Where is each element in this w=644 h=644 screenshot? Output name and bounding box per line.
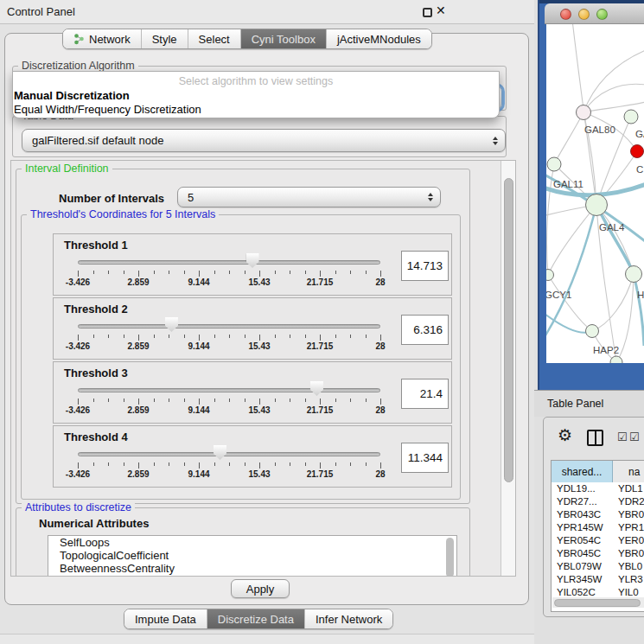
- cell-name[interactable]: YPR1: [613, 521, 644, 534]
- slider-tick-label: 9.144: [177, 277, 220, 287]
- column-layout-icon[interactable]: [587, 430, 603, 446]
- slider-thumb[interactable]: [165, 317, 178, 332]
- tab-discretize-data[interactable]: Discretize Data: [207, 609, 305, 628]
- gear-icon[interactable]: ⚙: [558, 427, 572, 443]
- cell-name[interactable]: YER0: [613, 534, 644, 547]
- slider-tick: [259, 399, 260, 405]
- cell-shared-name[interactable]: YBL079W: [552, 560, 613, 573]
- algorithm-option-manual-discretization[interactable]: Manual Discretization: [14, 89, 130, 102]
- attribute-item-selfloops[interactable]: SelfLoops: [48, 536, 456, 549]
- slider-tick-label: 28: [359, 341, 402, 351]
- tab-select[interactable]: Select: [188, 29, 241, 48]
- tab-jactivemnodules[interactable]: jActiveMNodules: [327, 29, 431, 48]
- network-canvas[interactable]: GAL80 GA C GAL11 GAL4 GCY1 H HAP2: [546, 24, 644, 363]
- slider-tick: [259, 462, 260, 469]
- checkbox-icon[interactable]: ☑: [617, 431, 628, 443]
- threshold-value-field[interactable]: 6.316: [401, 315, 449, 345]
- network-node[interactable]: [546, 270, 554, 281]
- slider-track[interactable]: [78, 260, 380, 265]
- cell-name[interactable]: YDL1: [613, 482, 643, 495]
- table-row[interactable]: YDR27...YDR2: [552, 495, 644, 508]
- threshold-panel-2: Threshold 2-3.4262.8599.14415.4321.71528…: [53, 297, 452, 360]
- attribute-item-betweennesscentrality[interactable]: BetweennessCentrality: [48, 562, 456, 575]
- tab-cyni-toolbox[interactable]: Cyni Toolbox: [241, 29, 327, 48]
- table-row[interactable]: YER054CYER0: [552, 534, 644, 547]
- cell-name[interactable]: YBR0: [613, 508, 644, 521]
- slider-tick: [93, 399, 94, 402]
- scrollbar-thumb[interactable]: [554, 599, 641, 607]
- table-row[interactable]: YBR043CYBR0: [552, 508, 644, 521]
- network-node[interactable]: [624, 110, 638, 124]
- cell-shared-name[interactable]: YDL19...: [552, 482, 613, 495]
- table-row[interactable]: YBR045CYBR0: [552, 547, 644, 560]
- group-title: Discretization Algorithm: [18, 60, 138, 72]
- slider-tick-label: 2.859: [117, 341, 160, 351]
- cell-shared-name[interactable]: YLR345W: [552, 573, 613, 586]
- slider-tick-label: 9.144: [177, 341, 220, 351]
- horizontal-scrollbar[interactable]: [552, 597, 644, 608]
- selected-network-node[interactable]: [631, 145, 644, 158]
- tab-network[interactable]: Network: [63, 29, 142, 48]
- table-row[interactable]: YPR145WYPR1: [552, 521, 644, 534]
- threshold-value-field[interactable]: 14.713: [401, 251, 449, 281]
- list-scrollbar[interactable]: [446, 538, 454, 577]
- table-data-selected: galFiltered.sif default node: [32, 134, 163, 147]
- attribute-item-topologicalcoefficient[interactable]: TopologicalCoefficient: [48, 549, 456, 562]
- numerical-attributes-list[interactable]: SelfLoopsTopologicalCoefficientBetweenne…: [48, 535, 457, 577]
- network-window-titlebar[interactable]: [545, 3, 644, 24]
- threshold-value-field[interactable]: 21.4: [401, 379, 449, 409]
- slider-thumb[interactable]: [310, 381, 323, 396]
- slider-thumb[interactable]: [214, 445, 226, 460]
- slider-tick: [320, 335, 321, 341]
- threshold-label: Threshold 1: [64, 239, 128, 252]
- table-data-combobox[interactable]: galFiltered.sif default node: [22, 129, 506, 152]
- column-header-name[interactable]: na: [613, 461, 644, 482]
- cell-shared-name[interactable]: YDR27...: [552, 495, 613, 508]
- cell-name[interactable]: YDR2: [613, 495, 644, 508]
- table-row[interactable]: YDL19...YDL1: [552, 482, 644, 495]
- slider-tick-label: 2.859: [117, 277, 160, 287]
- slider-thumb[interactable]: [246, 253, 259, 268]
- scrollbar-thumb[interactable]: [504, 178, 513, 482]
- cell-name[interactable]: YLR3: [613, 573, 643, 586]
- zoom-traffic-light[interactable]: [596, 9, 608, 20]
- network-node[interactable]: [586, 325, 599, 338]
- network-node[interactable]: [586, 194, 608, 216]
- tab-impute-data[interactable]: Impute Data: [124, 609, 207, 628]
- slider-tick-label: -3.426: [56, 341, 99, 351]
- cell-shared-name[interactable]: YER054C: [552, 534, 613, 547]
- float-window-icon[interactable]: [423, 8, 432, 17]
- cell-shared-name[interactable]: YBR043C: [552, 508, 613, 521]
- close-traffic-light[interactable]: [560, 9, 571, 20]
- slider-track[interactable]: [78, 388, 380, 392]
- close-icon[interactable]: ✕: [436, 3, 446, 17]
- minimize-traffic-light[interactable]: [578, 9, 590, 20]
- cell-shared-name[interactable]: YBR045C: [552, 547, 613, 560]
- slider-tick: [108, 462, 109, 466]
- number-of-intervals-combobox[interactable]: 5: [177, 187, 441, 207]
- algorithm-option-equal-width-frequency-discretization[interactable]: Equal Width/Frequency Discretization: [14, 103, 201, 116]
- network-node[interactable]: [577, 105, 591, 120]
- vertical-scrollbar[interactable]: [501, 161, 516, 576]
- slider-track[interactable]: [78, 324, 380, 328]
- cell-name[interactable]: YBR0: [613, 547, 644, 560]
- threshold-value-field[interactable]: 11.344: [401, 443, 449, 473]
- slider-tick: [154, 462, 155, 466]
- slider-tick: [245, 462, 245, 466]
- apply-button[interactable]: Apply: [231, 579, 290, 598]
- table-row[interactable]: YBL079WYBL0: [552, 560, 644, 573]
- tab-style[interactable]: Style: [142, 29, 188, 48]
- network-node[interactable]: [547, 157, 561, 171]
- checkbox-icon[interactable]: ☑: [629, 431, 640, 443]
- slider-tick-label: 21.715: [298, 405, 341, 415]
- footer-strip: [0, 634, 534, 644]
- table-row[interactable]: YLR345WYLR3: [552, 573, 644, 586]
- column-header-shared-name[interactable]: shared...: [552, 461, 613, 482]
- network-node[interactable]: [626, 266, 642, 283]
- slider-tick: [320, 271, 321, 277]
- tab-infer-network[interactable]: Infer Network: [305, 609, 392, 628]
- cell-name[interactable]: YBL0: [613, 560, 642, 573]
- network-node[interactable]: [610, 356, 622, 363]
- slider-track[interactable]: [78, 452, 380, 456]
- cell-shared-name[interactable]: YPR145W: [552, 521, 613, 534]
